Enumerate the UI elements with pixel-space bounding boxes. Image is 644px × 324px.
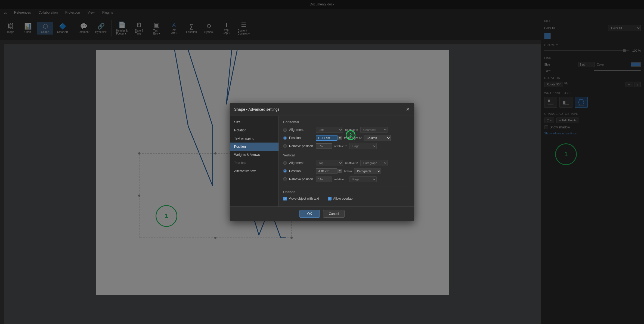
nav-alternative-text[interactable]: Alternative text	[230, 167, 278, 175]
v-position-spin-down[interactable]: ▼	[338, 171, 342, 173]
modal-title: Shape - Advanced settings	[234, 107, 280, 112]
options-section: Options ✓ Move object with text ✓ Allow …	[283, 187, 410, 200]
v-relpos-input[interactable]	[316, 177, 332, 182]
modal-body: Size Rotation Text wrapping Position Wei…	[230, 116, 414, 206]
allow-overlap-label: Allow overlap	[333, 197, 352, 200]
advanced-settings-modal: Shape - Advanced settings ✕ Size Rotatio…	[230, 103, 414, 221]
move-with-text-item: ✓ Move object with text	[283, 197, 319, 200]
move-with-text-checkbox[interactable]: ✓	[283, 197, 287, 200]
options-title: Options	[283, 190, 410, 194]
nav-text-box: Text box	[230, 159, 278, 167]
modal-header: Shape - Advanced settings ✕	[230, 103, 414, 116]
h-position-spin-down[interactable]: ▼	[338, 138, 342, 140]
v-relative-pos-row: Relative position relative to Page	[283, 176, 410, 182]
h-alignment-select[interactable]: Left	[316, 127, 343, 133]
v-alignment-row: Alignment Top relative to Paragraph	[283, 160, 410, 166]
v-position-radio[interactable]	[283, 169, 287, 173]
v-below-select[interactable]: Paragraph	[354, 168, 381, 174]
cancel-button[interactable]: Cancel	[323, 210, 345, 218]
h-alignment-label: Alignment	[289, 128, 314, 132]
horizontal-section: Horizontal Alignment Left relative to Ch…	[283, 120, 410, 149]
h-relpos-input[interactable]	[316, 143, 332, 149]
horizontal-title: Horizontal	[283, 120, 410, 124]
h-relpos-select[interactable]: Page	[349, 143, 377, 149]
nav-size[interactable]: Size	[230, 118, 278, 126]
h-relative-pos-row: Relative position relative to Page	[283, 143, 410, 149]
h-relpos-radio[interactable]	[283, 144, 287, 148]
h-alignment-relativeto-select[interactable]: Character	[360, 127, 388, 133]
v-alignment-relativeto-select[interactable]: Paragraph	[360, 160, 388, 166]
nav-position[interactable]: Position	[230, 143, 278, 151]
move-with-text-label: Move object with text	[289, 197, 319, 200]
v-relpos-to-label: relative to	[334, 178, 347, 181]
v-relpos-label: Relative position	[289, 177, 314, 181]
h-relpos-label: Relative position	[289, 144, 314, 148]
ok-button[interactable]: OK	[299, 210, 320, 218]
v-relpos-select[interactable]: Page	[349, 176, 377, 182]
h-position-label: Position	[289, 136, 314, 140]
v-position-input[interactable]	[316, 168, 338, 174]
modal-overlay: Shape - Advanced settings ✕ Size Rotatio…	[0, 0, 644, 324]
v-position-row: Position ▲ ▼ below Paragraph	[283, 168, 410, 174]
h-position-row: Position ▲ ▼ 2 to the ri	[283, 135, 410, 141]
modal-main-content: Horizontal Alignment Left relative to Ch…	[279, 116, 414, 206]
modal-footer: OK Cancel	[230, 206, 414, 221]
v-alignment-select[interactable]: Top	[316, 160, 343, 166]
badge-circle-2-modal: 2	[346, 130, 355, 140]
modal-close-button[interactable]: ✕	[406, 106, 410, 112]
allow-overlap-item: ✓ Allow overlap	[328, 197, 352, 200]
nav-weights-arrows[interactable]: Weights & Arrows	[230, 151, 278, 159]
v-alignment-radio[interactable]	[283, 161, 287, 165]
vertical-section: Vertical Alignment Top relative to Parag…	[283, 153, 410, 182]
h-alignment-radio[interactable]	[283, 128, 287, 132]
h-position-radio[interactable]	[283, 136, 287, 140]
nav-rotation[interactable]: Rotation	[230, 126, 278, 134]
nav-text-wrapping[interactable]: Text wrapping	[230, 134, 278, 143]
h-toright-select[interactable]: Column	[364, 135, 391, 141]
options-row: ✓ Move object with text ✓ Allow overlap	[283, 197, 410, 200]
h-position-input[interactable]	[316, 135, 338, 141]
v-relative-to-label: relative to	[345, 161, 358, 165]
v-alignment-label: Alignment	[289, 161, 314, 165]
vertical-title: Vertical	[283, 153, 410, 157]
h-relpos-to-label: relative to	[334, 144, 347, 148]
modal-sidebar: Size Rotation Text wrapping Position Wei…	[230, 116, 279, 206]
v-below-label: below	[344, 169, 352, 173]
allow-overlap-checkbox[interactable]: ✓	[328, 197, 332, 200]
v-relpos-radio[interactable]	[283, 177, 287, 181]
v-position-label: Position	[289, 169, 314, 173]
badge-2-label: 2	[349, 133, 352, 138]
